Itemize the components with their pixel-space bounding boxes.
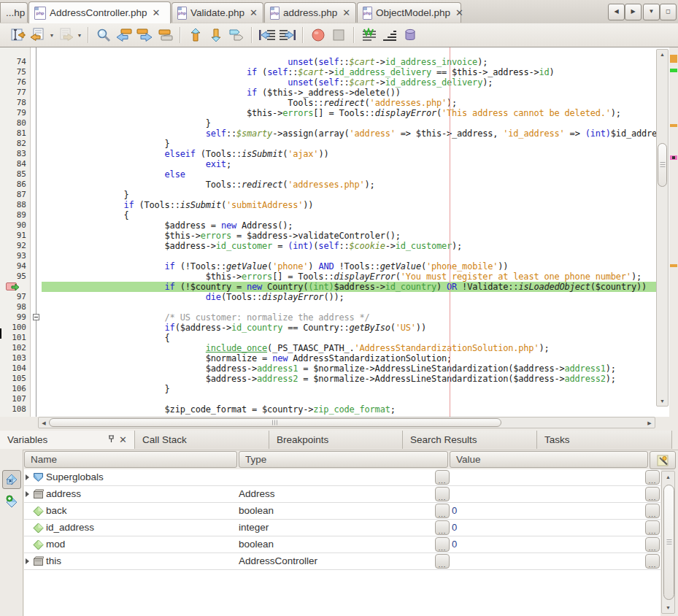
code-line-85[interactable]: else [42, 169, 656, 180]
goto-declaration-button[interactable] [226, 26, 247, 45]
edit-type-button[interactable] [435, 554, 450, 569]
code-line-101[interactable]: { [42, 333, 656, 343]
line-number[interactable]: 97 [17, 292, 26, 302]
editor-vertical-scrollbar[interactable]: ▲ ▼ [656, 49, 669, 407]
panel-tab-call-stack[interactable]: Call Stack [135, 431, 269, 449]
line-number[interactable]: 76 [17, 77, 26, 88]
editor-horizontal-scrollbar[interactable]: ◀ ▶ [38, 417, 655, 428]
column-header-name[interactable]: Name [24, 451, 237, 468]
maximize-editor-button[interactable]: ◻ [660, 4, 677, 20]
edit-type-button[interactable] [435, 537, 450, 552]
stop-button[interactable] [328, 26, 349, 45]
code-editor[interactable]: 7475767778798081828384858687888990919293… [0, 47, 678, 417]
code-line-103[interactable]: $normalize = new AddressStandardizationS… [42, 353, 656, 363]
line-number[interactable]: 82 [17, 139, 26, 149]
code-line-83[interactable]: elseif (Tools::isSubmit('ajax')) [42, 149, 656, 159]
code-line-74[interactable]: unset(self::$cart->id_address_invoice); [42, 57, 656, 67]
tab-ObjectModel.php[interactable]: phpObjectModel.php✕ [357, 2, 461, 23]
line-number[interactable]: 105 [12, 374, 26, 384]
line-number[interactable]: 94 [17, 261, 26, 272]
code-line-106[interactable]: } [42, 384, 656, 394]
edit-value-button[interactable] [645, 537, 660, 552]
code-line-102[interactable]: include_once(_PS_TAASC_PATH_.'AddressSta… [42, 343, 656, 353]
marker-modified[interactable] [670, 55, 677, 63]
scroll-up-icon[interactable]: ▲ [657, 52, 668, 57]
line-number[interactable]: 81 [17, 128, 26, 139]
tab-partial[interactable]: ...hp [0, 2, 28, 23]
scroll-left-icon[interactable]: ◀ [40, 420, 47, 426]
dropdown-caret-icon[interactable]: ▼ [76, 26, 83, 45]
code-line-99[interactable]: /* US customer: normalize the address */ [42, 312, 656, 323]
scroll-down-icon[interactable]: ▼ [657, 399, 668, 404]
line-number[interactable]: 91 [17, 231, 26, 241]
edit-value-button[interactable] [645, 487, 660, 501]
code-line-97[interactable]: die(Tools::displayError()); [42, 292, 656, 302]
line-number[interactable]: 98 [17, 302, 26, 312]
code-line-94[interactable]: if (!Tools::getValue('phone') AND !Tools… [42, 261, 656, 272]
line-number[interactable]: 93 [17, 251, 26, 261]
line-number[interactable]: 80 [17, 118, 26, 128]
code-line-86[interactable]: Tools::redirect('addresses.php'); [42, 180, 656, 190]
scroll-up-icon[interactable]: ▲ [662, 474, 674, 480]
code-line-98[interactable] [42, 302, 656, 312]
variable-row-back[interactable]: backboolean0 [24, 503, 660, 520]
edit-value-button[interactable] [645, 554, 660, 569]
code-line-76[interactable]: unset(self::$cart->id_address_delivery); [42, 77, 656, 88]
line-number[interactable]: 102 [12, 343, 26, 353]
line-number[interactable]: 99 [17, 312, 26, 323]
line-number[interactable]: 103 [12, 353, 26, 363]
back-file-button[interactable] [28, 26, 48, 45]
line-number[interactable]: 106 [12, 384, 26, 394]
variable-row-this[interactable]: thisAddressController [24, 553, 660, 570]
close-tab-icon[interactable]: ✕ [153, 9, 161, 17]
code-statistics-button[interactable] [380, 26, 400, 45]
code-line-104[interactable]: $address->address1 = $normalize->Address… [42, 363, 656, 374]
code-line-88[interactable]: if (Tools::isSubmit('submitAddress')) [42, 200, 656, 210]
close-panel-icon[interactable]: ✕ [119, 434, 127, 445]
close-tab-icon[interactable]: ✕ [250, 9, 258, 17]
line-number[interactable]: 86 [17, 180, 26, 190]
line-number[interactable]: 84 [17, 159, 26, 169]
code-line-77[interactable]: if ($this->_address->delete()) [42, 88, 656, 98]
panel-tab-tasks[interactable]: Tasks [537, 431, 672, 449]
line-number[interactable]: 104 [12, 363, 26, 374]
add-watch-button[interactable] [2, 492, 21, 511]
scroll-right-icon[interactable]: ▶ [646, 420, 653, 426]
horizontal-scroll-thumb[interactable] [49, 418, 501, 427]
tab-AddressController.php[interactable]: phpAddressController.php✕ [28, 1, 171, 23]
line-number-gutter[interactable]: 7475767778798081828384858687888990919293… [0, 47, 31, 417]
line-number[interactable]: 78 [17, 98, 26, 108]
marker-warning[interactable] [670, 124, 677, 127]
code-line-105[interactable]: $address->address2 = $normalize->Address… [42, 374, 656, 384]
panel-tab-search-results[interactable]: Search Results [403, 431, 537, 449]
edit-type-button[interactable] [435, 487, 450, 501]
line-number[interactable]: 92 [17, 241, 26, 251]
line-number[interactable]: 79 [17, 108, 26, 118]
forward-file-button[interactable] [55, 26, 76, 45]
variable-row-address[interactable]: addressAddress [24, 486, 660, 503]
code-line-95[interactable]: $this->errors[] = Tools::displayError('Y… [42, 272, 656, 282]
dropdown-caret-icon[interactable]: ▼ [48, 26, 55, 45]
goto-next-function-button[interactable] [206, 26, 226, 45]
close-tab-icon[interactable]: ✕ [455, 9, 463, 17]
tab-Validate.php[interactable]: phpValidate.php✕ [172, 2, 263, 23]
line-number[interactable]: 83 [17, 149, 26, 159]
code-line-75[interactable]: if (self::$cart->id_address_delivery == … [42, 67, 656, 77]
code-line-96[interactable]: if (!$country = new Country((int)$addres… [42, 282, 656, 292]
line-number[interactable]: 88 [17, 200, 26, 210]
panel-tab-breakpoints[interactable]: Breakpoints [269, 431, 403, 449]
edit-value-button[interactable] [645, 504, 660, 518]
code-line-89[interactable]: { [42, 210, 656, 220]
close-tab-icon[interactable]: ✕ [342, 9, 350, 17]
edit-type-button[interactable] [435, 520, 450, 535]
code-line-80[interactable]: } [42, 118, 656, 128]
code-line-92[interactable]: $address->id_customer = (int)(self::$coo… [42, 241, 656, 251]
code-line-78[interactable]: Tools::redirect('addresses.php'); [42, 98, 656, 108]
panel-tab-variables[interactable]: Variables✕ [0, 431, 135, 449]
column-header-value[interactable]: Value [450, 451, 648, 468]
edit-type-button[interactable] [435, 470, 450, 485]
annotation-strip[interactable] [669, 47, 678, 417]
pin-icon[interactable] [108, 434, 115, 445]
code-area[interactable]: unset(self::$cart->id_address_invoice); … [42, 47, 656, 417]
compare-files-button[interactable] [155, 26, 175, 45]
